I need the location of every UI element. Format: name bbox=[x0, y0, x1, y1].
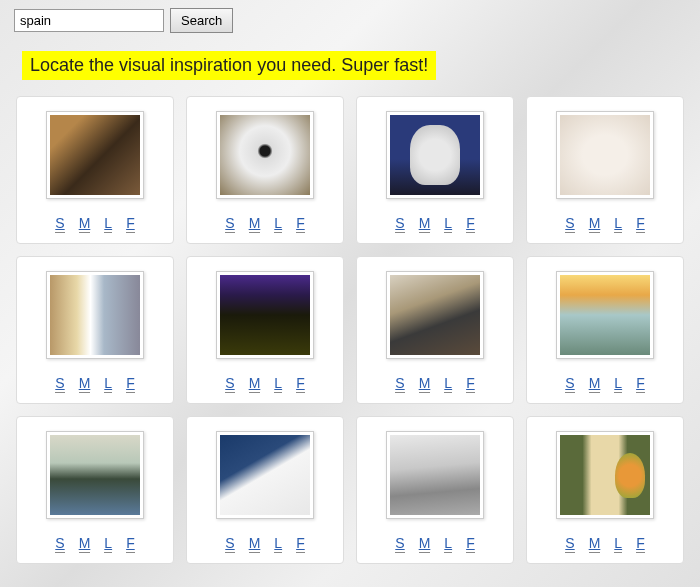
size-links: SMLF bbox=[55, 535, 134, 553]
results-grid: SMLFSMLFSMLFSMLFSMLFSMLFSMLFSMLFSMLFSMLF… bbox=[14, 96, 686, 564]
thumbnail-frame[interactable] bbox=[46, 111, 144, 199]
size-link-f[interactable]: F bbox=[636, 375, 645, 393]
size-links: SMLF bbox=[225, 535, 304, 553]
thumbnail-image[interactable] bbox=[390, 275, 480, 355]
size-links: SMLF bbox=[565, 215, 644, 233]
size-link-f[interactable]: F bbox=[636, 535, 645, 553]
size-links: SMLF bbox=[55, 375, 134, 393]
thumbnail-frame[interactable] bbox=[386, 431, 484, 519]
search-row: Search bbox=[14, 8, 686, 33]
size-link-f[interactable]: F bbox=[296, 535, 305, 553]
thumbnail-frame[interactable] bbox=[216, 431, 314, 519]
search-input[interactable] bbox=[14, 9, 164, 32]
size-link-f[interactable]: F bbox=[126, 535, 135, 553]
size-link-f[interactable]: F bbox=[126, 215, 135, 233]
thumbnail-image[interactable] bbox=[220, 115, 310, 195]
result-card: SMLF bbox=[16, 416, 174, 564]
result-card: SMLF bbox=[526, 256, 684, 404]
size-link-s[interactable]: S bbox=[225, 375, 234, 393]
size-link-s[interactable]: S bbox=[565, 535, 574, 553]
size-link-l[interactable]: L bbox=[614, 375, 622, 393]
size-link-l[interactable]: L bbox=[614, 215, 622, 233]
size-link-l[interactable]: L bbox=[104, 215, 112, 233]
tagline: Locate the visual inspiration you need. … bbox=[22, 51, 436, 80]
size-link-l[interactable]: L bbox=[104, 535, 112, 553]
thumbnail-frame[interactable] bbox=[556, 431, 654, 519]
result-card: SMLF bbox=[16, 256, 174, 404]
size-link-s[interactable]: S bbox=[55, 375, 64, 393]
size-link-m[interactable]: M bbox=[79, 535, 91, 553]
thumbnail-image[interactable] bbox=[50, 435, 140, 515]
size-links: SMLF bbox=[565, 375, 644, 393]
size-link-m[interactable]: M bbox=[249, 375, 261, 393]
size-link-s[interactable]: S bbox=[225, 535, 234, 553]
size-link-s[interactable]: S bbox=[395, 375, 404, 393]
size-links: SMLF bbox=[395, 375, 474, 393]
result-card: SMLF bbox=[356, 416, 514, 564]
thumbnail-image[interactable] bbox=[50, 115, 140, 195]
thumbnail-frame[interactable] bbox=[556, 271, 654, 359]
size-link-m[interactable]: M bbox=[79, 375, 91, 393]
size-link-m[interactable]: M bbox=[589, 375, 601, 393]
size-link-s[interactable]: S bbox=[395, 215, 404, 233]
thumbnail-image[interactable] bbox=[390, 115, 480, 195]
size-link-m[interactable]: M bbox=[589, 535, 601, 553]
size-link-s[interactable]: S bbox=[395, 535, 404, 553]
size-link-l[interactable]: L bbox=[274, 375, 282, 393]
size-links: SMLF bbox=[395, 535, 474, 553]
thumbnail-image[interactable] bbox=[390, 435, 480, 515]
size-link-l[interactable]: L bbox=[444, 215, 452, 233]
size-links: SMLF bbox=[225, 375, 304, 393]
size-link-l[interactable]: L bbox=[274, 215, 282, 233]
thumbnail-frame[interactable] bbox=[46, 271, 144, 359]
size-link-f[interactable]: F bbox=[466, 535, 475, 553]
size-link-f[interactable]: F bbox=[126, 375, 135, 393]
size-link-m[interactable]: M bbox=[419, 215, 431, 233]
result-card: SMLF bbox=[186, 416, 344, 564]
size-link-l[interactable]: L bbox=[104, 375, 112, 393]
thumbnail-frame[interactable] bbox=[46, 431, 144, 519]
size-link-l[interactable]: L bbox=[274, 535, 282, 553]
size-link-m[interactable]: M bbox=[419, 375, 431, 393]
size-link-l[interactable]: L bbox=[444, 375, 452, 393]
size-link-m[interactable]: M bbox=[589, 215, 601, 233]
thumbnail-image[interactable] bbox=[560, 115, 650, 195]
size-link-s[interactable]: S bbox=[225, 215, 234, 233]
size-link-l[interactable]: L bbox=[444, 535, 452, 553]
size-links: SMLF bbox=[565, 535, 644, 553]
result-card: SMLF bbox=[356, 256, 514, 404]
result-card: SMLF bbox=[356, 96, 514, 244]
size-link-m[interactable]: M bbox=[249, 215, 261, 233]
search-button[interactable]: Search bbox=[170, 8, 233, 33]
size-links: SMLF bbox=[395, 215, 474, 233]
thumbnail-frame[interactable] bbox=[216, 271, 314, 359]
thumbnail-image[interactable] bbox=[220, 435, 310, 515]
result-card: SMLF bbox=[16, 96, 174, 244]
size-link-m[interactable]: M bbox=[79, 215, 91, 233]
result-card: SMLF bbox=[186, 256, 344, 404]
thumbnail-image[interactable] bbox=[560, 275, 650, 355]
size-link-s[interactable]: S bbox=[55, 215, 64, 233]
size-link-s[interactable]: S bbox=[55, 535, 64, 553]
thumbnail-frame[interactable] bbox=[386, 271, 484, 359]
thumbnail-image[interactable] bbox=[560, 435, 650, 515]
size-links: SMLF bbox=[55, 215, 134, 233]
thumbnail-frame[interactable] bbox=[216, 111, 314, 199]
size-link-f[interactable]: F bbox=[466, 375, 475, 393]
size-link-s[interactable]: S bbox=[565, 215, 574, 233]
size-link-l[interactable]: L bbox=[614, 535, 622, 553]
size-link-f[interactable]: F bbox=[636, 215, 645, 233]
thumbnail-image[interactable] bbox=[220, 275, 310, 355]
size-link-m[interactable]: M bbox=[419, 535, 431, 553]
result-card: SMLF bbox=[526, 96, 684, 244]
size-link-f[interactable]: F bbox=[296, 375, 305, 393]
thumbnail-frame[interactable] bbox=[386, 111, 484, 199]
size-link-s[interactable]: S bbox=[565, 375, 574, 393]
thumbnail-frame[interactable] bbox=[556, 111, 654, 199]
size-link-f[interactable]: F bbox=[296, 215, 305, 233]
size-links: SMLF bbox=[225, 215, 304, 233]
size-link-f[interactable]: F bbox=[466, 215, 475, 233]
thumbnail-image[interactable] bbox=[50, 275, 140, 355]
size-link-m[interactable]: M bbox=[249, 535, 261, 553]
result-card: SMLF bbox=[526, 416, 684, 564]
